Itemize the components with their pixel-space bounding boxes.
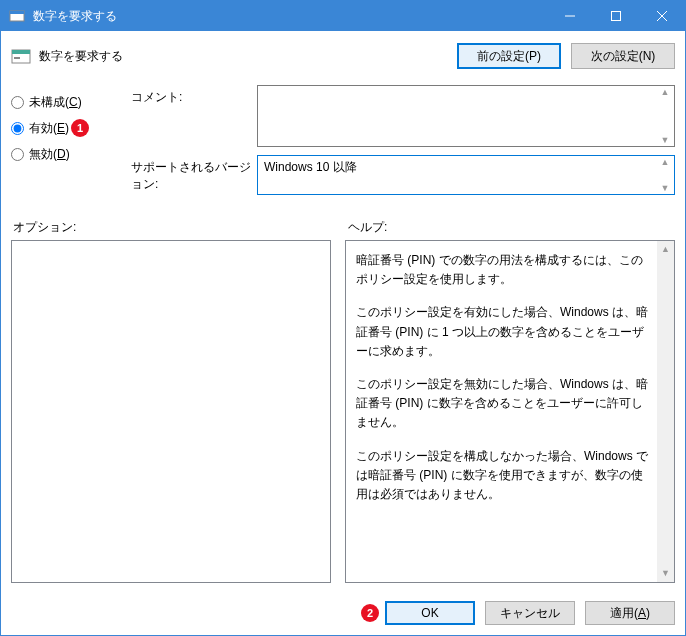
radio-disabled[interactable]: [11, 148, 24, 161]
help-label: ヘルプ:: [344, 219, 387, 236]
radio-enabled[interactable]: [11, 122, 24, 135]
comment-label: コメント:: [131, 85, 257, 106]
window-controls: [547, 1, 685, 31]
svg-rect-3: [612, 12, 621, 21]
radio-enabled-label[interactable]: 有効(E): [29, 120, 69, 137]
footer-buttons: 2 OK キャンセル 適用(A): [1, 591, 685, 635]
minimize-button[interactable]: [547, 1, 593, 31]
help-paragraph: このポリシー設定を有効にした場合、Windows は、暗証番号 (PIN) に …: [356, 303, 654, 361]
scrollbar[interactable]: ▲ ▼: [657, 241, 674, 582]
close-button[interactable]: [639, 1, 685, 31]
scroll-down-icon[interactable]: ▼: [657, 183, 673, 193]
scroll-down-icon[interactable]: ▼: [657, 565, 674, 582]
supported-label: サポートされるバージョン:: [131, 155, 257, 193]
help-paragraph: このポリシー設定を構成しなかった場合、Windows では暗証番号 (PIN) …: [356, 447, 654, 505]
callout-2: 2: [361, 604, 379, 622]
scroll-up-icon[interactable]: ▲: [657, 87, 673, 97]
svg-rect-8: [14, 57, 20, 59]
maximize-button[interactable]: [593, 1, 639, 31]
apply-button[interactable]: 適用(A): [585, 601, 675, 625]
help-paragraph: 暗証番号 (PIN) での数字の用法を構成するには、このポリシー設定を使用します…: [356, 251, 654, 289]
policy-editor-window: 数字を要求する 数字を要求する 前の設定(P) 次の設定(N) 未構成(C): [0, 0, 686, 636]
options-pane: [11, 240, 331, 583]
window-title: 数字を要求する: [33, 8, 547, 25]
header-title: 数字を要求する: [39, 48, 457, 65]
policy-icon: [9, 8, 25, 24]
previous-setting-button[interactable]: 前の設定(P): [457, 43, 561, 69]
radio-not-configured[interactable]: [11, 96, 24, 109]
titlebar[interactable]: 数字を要求する: [1, 1, 685, 31]
scroll-up-icon[interactable]: ▲: [657, 241, 674, 258]
header-row: 数字を要求する 前の設定(P) 次の設定(N): [11, 43, 675, 69]
radio-disabled-label[interactable]: 無効(D): [29, 146, 70, 163]
scroll-up-icon[interactable]: ▲: [657, 157, 673, 167]
help-pane: 暗証番号 (PIN) での数字の用法を構成するには、このポリシー設定を使用します…: [345, 240, 675, 583]
svg-rect-7: [12, 50, 30, 54]
radio-not-configured-label[interactable]: 未構成(C): [29, 94, 82, 111]
comment-textarea[interactable]: ▲ ▼: [257, 85, 675, 147]
next-setting-button[interactable]: 次の設定(N): [571, 43, 675, 69]
cancel-button[interactable]: キャンセル: [485, 601, 575, 625]
svg-rect-1: [10, 11, 24, 14]
help-paragraph: このポリシー設定を無効にした場合、Windows は、暗証番号 (PIN) に数…: [356, 375, 654, 433]
supported-versions-text: Windows 10 以降: [264, 160, 357, 174]
supported-versions-box[interactable]: Windows 10 以降 ▲ ▼: [257, 155, 675, 195]
state-radios: 未構成(C) 有効(E) 1 無効(D): [11, 85, 111, 203]
ok-button[interactable]: OK: [385, 601, 475, 625]
policy-header-icon: [11, 46, 31, 66]
scroll-down-icon[interactable]: ▼: [657, 135, 673, 145]
callout-1: 1: [71, 119, 89, 137]
options-label: オプション:: [11, 219, 344, 236]
